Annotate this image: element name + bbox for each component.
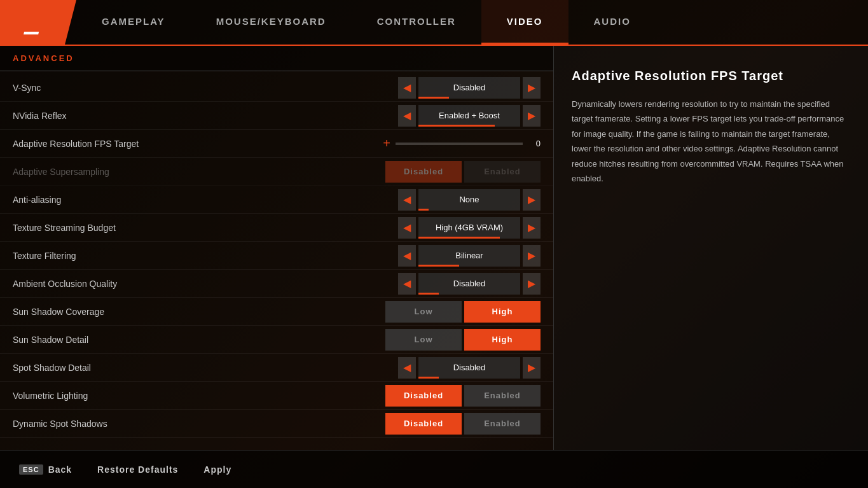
- tab-controller[interactable]: CONTROLLER: [352, 0, 481, 45]
- anti-aliasing-control: ◀ None ▶: [398, 189, 541, 211]
- anti-aliasing-left-arrow[interactable]: ◀: [398, 189, 416, 211]
- logo-area: ⎯: [0, 0, 76, 45]
- texture-streaming-label: Texture Streaming Budget: [13, 223, 398, 233]
- apply-label: Apply: [203, 464, 231, 475]
- plus-icon[interactable]: +: [383, 136, 390, 151]
- ambient-occlusion-value: Disabled: [418, 273, 520, 295]
- volumetric-lighting-control: Disabled Enabled: [385, 385, 541, 407]
- sun-shadow-coverage-high-btn[interactable]: High: [464, 301, 541, 323]
- setting-row-dynamic-spot-shadows: Dynamic Spot Shadows Disabled Enabled: [0, 410, 553, 438]
- dynamic-spot-shadows-enabled-btn[interactable]: Enabled: [464, 413, 541, 435]
- anti-aliasing-value: None: [418, 189, 520, 211]
- info-panel: Adaptive Resolution FPS Target Dynamical…: [553, 46, 868, 450]
- setting-row-vsync: V-Sync ◀ Disabled ▶: [0, 74, 553, 102]
- volumetric-lighting-disabled-btn[interactable]: Disabled: [385, 385, 462, 407]
- ambient-occlusion-label: Ambient Occlusion Quality: [13, 279, 398, 289]
- vsync-label: V-Sync: [13, 83, 398, 93]
- content-area: ADVANCED V-Sync ◀ Disabled ▶: [0, 46, 868, 450]
- vsync-left-arrow[interactable]: ◀: [398, 77, 416, 99]
- back-label: Back: [48, 464, 72, 475]
- tab-gameplay[interactable]: GAMEPLAY: [76, 0, 191, 45]
- texture-streaming-control: ◀ High (4GB VRAM) ▶: [398, 217, 541, 239]
- dynamic-spot-shadows-control: Disabled Enabled: [385, 413, 541, 435]
- texture-streaming-left-arrow[interactable]: ◀: [398, 217, 416, 239]
- bottom-bar: ESC Back Restore Defaults Apply: [0, 450, 868, 488]
- tab-audio[interactable]: AUDIO: [568, 0, 656, 45]
- setting-row-sun-shadow-coverage: Sun Shadow Coverage Low High: [0, 298, 553, 326]
- spot-shadow-detail-control: ◀ Disabled ▶: [398, 357, 541, 379]
- spot-shadow-detail-label: Spot Shadow Detail: [13, 363, 398, 373]
- setting-row-anti-aliasing: Anti-aliasing ◀ None ▶: [0, 186, 553, 214]
- volumetric-lighting-label: Volumetric Lighting: [13, 391, 385, 401]
- settings-list: V-Sync ◀ Disabled ▶ NVidia Reflex ◀: [0, 71, 553, 450]
- apply-button[interactable]: Apply: [203, 464, 231, 475]
- anti-aliasing-label: Anti-aliasing: [13, 195, 398, 205]
- section-header: ADVANCED: [0, 46, 553, 71]
- setting-row-adaptive-supersampling: Adaptive Supersampling Disabled Enabled: [0, 158, 553, 186]
- vsync-value: Disabled: [418, 77, 520, 99]
- sun-shadow-coverage-label: Sun Shadow Coverage: [13, 307, 385, 317]
- texture-filtering-value: Bilinear: [418, 245, 520, 267]
- ambient-occlusion-left-arrow[interactable]: ◀: [398, 273, 416, 295]
- setting-row-adaptive-resolution: Adaptive Resolution FPS Target + 0: [0, 130, 553, 158]
- vsync-right-arrow[interactable]: ▶: [523, 77, 541, 99]
- adaptive-resolution-control: + 0: [383, 136, 541, 151]
- adaptive-resolution-value: 0: [528, 139, 541, 148]
- adaptive-resolution-label: Adaptive Resolution FPS Target: [13, 139, 383, 149]
- settings-panel: ADVANCED V-Sync ◀ Disabled ▶: [0, 46, 553, 450]
- restore-defaults-button[interactable]: Restore Defaults: [97, 464, 178, 475]
- texture-streaming-right-arrow[interactable]: ▶: [523, 217, 541, 239]
- info-title: Adaptive Resolution FPS Target: [572, 65, 850, 87]
- back-button[interactable]: ESC Back: [19, 464, 72, 475]
- adaptive-supersampling-right-btn[interactable]: Enabled: [464, 161, 541, 183]
- setting-row-volumetric-lighting: Volumetric Lighting Disabled Enabled: [0, 382, 553, 410]
- setting-row-sun-shadow-detail: Sun Shadow Detail Low High: [0, 326, 553, 354]
- sun-shadow-detail-low-btn[interactable]: Low: [385, 329, 462, 351]
- vsync-control: ◀ Disabled ▶: [398, 77, 541, 99]
- logo-icon: ⎯: [25, 9, 39, 36]
- nvidia-reflex-left-arrow[interactable]: ◀: [398, 105, 416, 127]
- setting-row-spot-shadow-detail: Spot Shadow Detail ◀ Disabled ▶: [0, 354, 553, 382]
- volumetric-lighting-enabled-btn[interactable]: Enabled: [464, 385, 541, 407]
- restore-defaults-label: Restore Defaults: [97, 464, 178, 475]
- setting-row-nvidia-reflex: NVidia Reflex ◀ Enabled + Boost ▶: [0, 102, 553, 130]
- adaptive-supersampling-label: Adaptive Supersampling: [13, 167, 385, 177]
- esc-key-badge: ESC: [19, 464, 43, 475]
- sun-shadow-detail-high-btn[interactable]: High: [464, 329, 541, 351]
- setting-row-ambient-occlusion: Ambient Occlusion Quality ◀ Disabled ▶: [0, 270, 553, 298]
- adaptive-supersampling-control: Disabled Enabled: [385, 161, 541, 183]
- main-container: ⎯ GAMEPLAY MOUSE/KEYBOARD CONTROLLER VID…: [0, 0, 868, 488]
- adaptive-supersampling-left-btn[interactable]: Disabled: [385, 161, 462, 183]
- ambient-occlusion-right-arrow[interactable]: ▶: [523, 273, 541, 295]
- spot-shadow-detail-value: Disabled: [418, 357, 520, 379]
- texture-filtering-control: ◀ Bilinear ▶: [398, 245, 541, 267]
- sun-shadow-detail-control: Low High: [385, 329, 541, 351]
- nvidia-reflex-value: Enabled + Boost: [418, 105, 520, 127]
- setting-row-texture-filtering: Texture Filtering ◀ Bilinear ▶: [0, 242, 553, 270]
- texture-filtering-right-arrow[interactable]: ▶: [523, 245, 541, 267]
- sun-shadow-coverage-control: Low High: [385, 301, 541, 323]
- tab-mouse-keyboard[interactable]: MOUSE/KEYBOARD: [191, 0, 352, 45]
- sun-shadow-detail-label: Sun Shadow Detail: [13, 335, 385, 345]
- ambient-occlusion-control: ◀ Disabled ▶: [398, 273, 541, 295]
- sun-shadow-coverage-low-btn[interactable]: Low: [385, 301, 462, 323]
- anti-aliasing-right-arrow[interactable]: ▶: [523, 189, 541, 211]
- spot-shadow-detail-right-arrow[interactable]: ▶: [523, 357, 541, 379]
- tab-video[interactable]: VIDEO: [481, 0, 568, 45]
- spot-shadow-detail-left-arrow[interactable]: ◀: [398, 357, 416, 379]
- nvidia-reflex-right-arrow[interactable]: ▶: [523, 105, 541, 127]
- info-text: Dynamically lowers rendering resolution …: [572, 97, 850, 186]
- setting-row-texture-streaming: Texture Streaming Budget ◀ High (4GB VRA…: [0, 214, 553, 242]
- texture-streaming-value: High (4GB VRAM): [418, 217, 520, 239]
- dynamic-spot-shadows-disabled-btn[interactable]: Disabled: [385, 413, 462, 435]
- adaptive-resolution-track[interactable]: [396, 143, 523, 145]
- texture-filtering-label: Texture Filtering: [13, 251, 398, 261]
- nav-bar: ⎯ GAMEPLAY MOUSE/KEYBOARD CONTROLLER VID…: [0, 0, 868, 46]
- nav-tabs: GAMEPLAY MOUSE/KEYBOARD CONTROLLER VIDEO…: [76, 0, 868, 45]
- nvidia-reflex-control: ◀ Enabled + Boost ▶: [398, 105, 541, 127]
- nvidia-reflex-label: NVidia Reflex: [13, 111, 398, 121]
- dynamic-spot-shadows-label: Dynamic Spot Shadows: [13, 419, 385, 429]
- texture-filtering-left-arrow[interactable]: ◀: [398, 245, 416, 267]
